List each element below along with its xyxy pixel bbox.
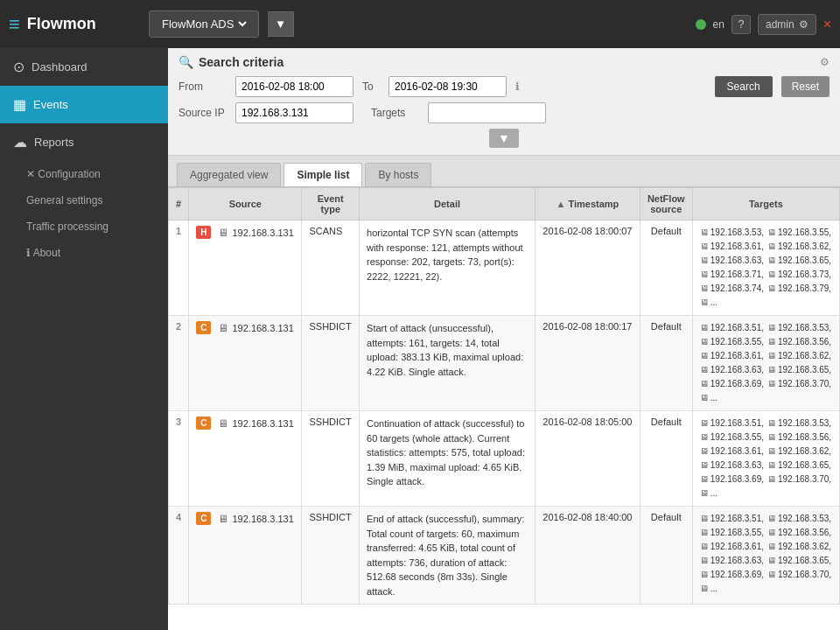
target-item: 🖥 192.168.3.53,	[767, 321, 831, 335]
cell-netflow: Default	[640, 220, 692, 316]
tab-byhosts[interactable]: By hosts	[365, 163, 431, 186]
monitor-icon: 🖥	[218, 513, 228, 525]
admin-label: admin	[766, 18, 794, 31]
target-item: 🖥 ...	[700, 486, 718, 500]
target-item: 🖥 192.168.3.56,	[767, 526, 831, 540]
about-icon: ℹ	[26, 247, 33, 259]
cell-detail: horizontal TCP SYN scan (attempts with r…	[360, 220, 536, 316]
info-icon: ℹ	[515, 80, 520, 93]
cell-detail: End of attack (successful), summary: Tot…	[360, 507, 536, 605]
table-row: 1 H 🖥 192.168.3.131 SCANS horizontal TCP…	[169, 220, 840, 316]
sidebar-item-reports[interactable]: ☁ Reports	[0, 123, 168, 161]
target-item: 🖥 192.168.3.62,	[767, 444, 831, 458]
admin-menu[interactable]: admin ⚙	[758, 14, 816, 35]
cell-timestamp: 2016-02-08 18:05:00	[536, 411, 640, 507]
target-item: 🖥 192.168.3.53,	[700, 226, 764, 240]
cell-event-type: SSHDICT	[302, 316, 360, 411]
target-item: 🖥 192.168.3.65,	[767, 554, 831, 568]
target-item: 🖥 192.168.3.55,	[700, 526, 764, 540]
selector-dropdown-btn[interactable]: ▼	[268, 11, 294, 37]
target-item: 🖥 192.168.3.61,	[700, 444, 764, 458]
source-ip: 192.168.3.131	[232, 418, 293, 429]
sidebar-item-general-settings[interactable]: General settings	[0, 187, 168, 214]
sidebar-item-label: Events	[33, 98, 68, 111]
monitor-icon: 🖥	[218, 322, 228, 334]
flowmon-selector[interactable]: FlowMon ADS	[149, 10, 259, 38]
target-item: 🖥 ...	[700, 391, 718, 405]
cell-source: C 🖥 192.168.3.131	[189, 507, 302, 605]
cell-netflow: Default	[640, 411, 692, 507]
events-icon: ▦	[13, 96, 26, 113]
target-item: 🖥 192.168.3.73,	[767, 268, 831, 282]
target-item: 🖥 192.168.3.63,	[700, 554, 764, 568]
target-item: 🖥 ...	[700, 582, 718, 596]
sidebar-item-events[interactable]: ▦ Events	[0, 86, 168, 123]
to-input[interactable]	[388, 76, 507, 97]
cell-source: C 🖥 192.168.3.131	[189, 316, 302, 411]
target-item: 🖥 192.168.3.79,	[767, 282, 831, 296]
col-event-type: Eventtype	[302, 188, 360, 220]
col-netflow: NetFlowsource	[640, 188, 692, 220]
cell-num: 2	[169, 316, 189, 411]
from-input[interactable]	[235, 76, 354, 97]
target-item: 🖥 192.168.3.62,	[767, 540, 831, 554]
sidebar-sub-label: Configuration	[38, 168, 100, 180]
search-criteria-icon: 🔍	[178, 55, 193, 69]
expand-button[interactable]: ▼	[489, 129, 519, 148]
sidebar-item-configuration[interactable]: ✕ Configuration	[0, 161, 168, 187]
flowmon-select[interactable]: FlowMon ADS	[158, 17, 249, 32]
target-item: 🖥 192.168.3.63,	[700, 363, 764, 377]
close-button[interactable]: ×	[823, 17, 831, 32]
target-item: 🖥 192.168.3.55,	[700, 335, 764, 349]
target-item: 🖥 192.168.3.63,	[700, 458, 764, 472]
search-criteria-panel: 🔍 Search criteria ⚙ From To ℹ Search Res…	[168, 48, 840, 156]
targets-input[interactable]	[428, 102, 546, 123]
sidebar-item-label: Dashboard	[32, 60, 88, 74]
cell-event-type: SSHDICT	[302, 411, 360, 507]
col-targets: Targets	[692, 188, 839, 220]
tab-aggregated[interactable]: Aggregated view	[177, 163, 281, 186]
cell-detail: Continuation of attack (successful) to 6…	[360, 411, 536, 507]
target-item: 🖥 192.168.3.65,	[767, 254, 831, 268]
target-item: 🖥 192.168.3.61,	[700, 349, 764, 363]
sidebar-item-traffic-processing[interactable]: Traffic processing	[0, 214, 168, 240]
from-label: From	[178, 80, 227, 93]
source-ip-input[interactable]	[235, 102, 354, 123]
lang-button[interactable]: en	[713, 18, 724, 31]
content-area: 🔍 Search criteria ⚙ From To ℹ Search Res…	[168, 48, 840, 630]
target-item: 🖥 192.168.3.56,	[767, 335, 831, 349]
table-row: 3 C 🖥 192.168.3.131 SSHDICT Continuation…	[169, 411, 840, 507]
cell-targets: 🖥 192.168.3.51, 🖥 192.168.3.53,🖥 192.168…	[692, 411, 839, 507]
sidebar: ⊙ Dashboard ▦ Events ☁ Reports ✕ Configu…	[0, 48, 168, 630]
target-item: 🖥 192.168.3.53,	[767, 512, 831, 526]
tab-simple[interactable]: Simple list	[284, 163, 362, 186]
target-item: 🖥 192.168.3.56,	[767, 430, 831, 444]
target-item: 🖥 192.168.3.69,	[700, 472, 764, 486]
cell-netflow: Default	[640, 507, 692, 605]
target-item: 🖥 192.168.3.51,	[700, 512, 764, 526]
search-settings-icon[interactable]: ⚙	[820, 56, 830, 68]
event-badge: C	[196, 512, 211, 525]
target-item: 🖥 192.168.3.55,	[700, 430, 764, 444]
sidebar-item-dashboard[interactable]: ⊙ Dashboard	[0, 48, 168, 86]
topbar-right: en ? admin ⚙ ×	[696, 14, 831, 35]
reset-button[interactable]: Reset	[781, 76, 830, 97]
target-item: 🖥 192.168.3.61,	[700, 240, 764, 254]
dashboard-icon: ⊙	[13, 59, 24, 75]
sidebar-item-about[interactable]: ℹ About	[0, 240, 168, 266]
cell-netflow: Default	[640, 316, 692, 411]
cell-timestamp: 2016-02-08 18:40:00	[536, 507, 640, 605]
target-item: 🖥 192.168.3.65,	[767, 363, 831, 377]
cell-source: C 🖥 192.168.3.131	[189, 411, 302, 507]
target-item: 🖥 192.168.3.51,	[700, 321, 764, 335]
status-indicator	[696, 19, 706, 30]
target-item: 🖥 192.168.3.65,	[767, 458, 831, 472]
cell-num: 3	[169, 411, 189, 507]
target-item: 🖥 192.168.3.70,	[767, 568, 831, 582]
col-timestamp[interactable]: ▲ Timestamp	[536, 188, 640, 220]
col-source: Source	[189, 188, 302, 220]
target-item: 🖥 192.168.3.51,	[700, 416, 764, 430]
search-button[interactable]: Search	[715, 76, 773, 97]
help-button[interactable]: ?	[732, 15, 751, 34]
main-layout: ⊙ Dashboard ▦ Events ☁ Reports ✕ Configu…	[0, 48, 840, 630]
